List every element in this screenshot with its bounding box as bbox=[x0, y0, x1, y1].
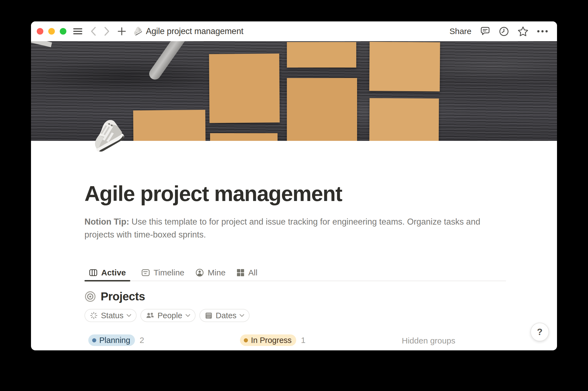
cover-pen bbox=[147, 41, 205, 82]
help-button[interactable]: ? bbox=[530, 323, 549, 341]
group-count: 1 bbox=[301, 336, 306, 345]
target-icon bbox=[84, 291, 96, 302]
sticky-note bbox=[369, 98, 439, 141]
section-header: Projects bbox=[84, 290, 506, 303]
filter-status[interactable]: Status bbox=[84, 309, 137, 322]
timeline-view-icon bbox=[141, 268, 150, 277]
sticky-note bbox=[133, 110, 205, 141]
sticky-note bbox=[287, 42, 356, 68]
page-icon-sneaker[interactable] bbox=[87, 118, 125, 156]
group-label: Planning bbox=[99, 336, 130, 345]
hidden-groups-label[interactable]: Hidden groups bbox=[402, 336, 455, 345]
notion-tip-paragraph[interactable]: Notion Tip: Use this template to for pro… bbox=[84, 215, 506, 241]
page-title[interactable]: Agile project management bbox=[84, 181, 506, 206]
filter-label: Dates bbox=[216, 311, 237, 320]
grid-view-icon bbox=[236, 269, 245, 277]
tab-label: Timeline bbox=[154, 268, 184, 277]
comments-button[interactable] bbox=[480, 26, 490, 37]
notion-tip-text: Use this template to for project and iss… bbox=[84, 217, 480, 239]
notion-window: Agile project management Share bbox=[31, 21, 557, 350]
tab-label: Active bbox=[101, 268, 126, 277]
page-body: Agile project management Notion Tip: Use… bbox=[84, 141, 506, 347]
group-dot bbox=[244, 338, 248, 342]
close-button[interactable] bbox=[37, 28, 43, 35]
zoom-button[interactable] bbox=[60, 28, 66, 35]
breadcrumb[interactable]: Agile project management bbox=[132, 26, 243, 37]
share-button[interactable]: Share bbox=[450, 27, 471, 36]
group-label: In Progress bbox=[251, 336, 292, 345]
filter-dates[interactable]: Dates bbox=[199, 309, 250, 322]
filter-bar: Status People bbox=[84, 309, 506, 322]
group-dot bbox=[92, 338, 96, 342]
tab-all[interactable]: All bbox=[236, 265, 257, 281]
calendar-icon bbox=[205, 311, 213, 320]
screen: Agile project management Share bbox=[0, 0, 588, 391]
forward-button[interactable] bbox=[104, 27, 110, 36]
sneaker-icon bbox=[132, 26, 142, 37]
section-title[interactable]: Projects bbox=[101, 290, 145, 303]
more-button[interactable] bbox=[537, 30, 548, 33]
back-icon bbox=[90, 27, 96, 36]
filter-label: Status bbox=[101, 311, 123, 320]
chevron-down-icon bbox=[126, 314, 131, 317]
board-group-in-progress: In Progress 1 bbox=[240, 334, 306, 346]
group-count: 2 bbox=[140, 336, 144, 345]
filter-label: People bbox=[157, 311, 182, 320]
board-groups-row: Planning 2 In Progress 1 Hidden groups bbox=[84, 334, 506, 347]
tab-label: All bbox=[248, 268, 257, 277]
updates-button[interactable] bbox=[499, 26, 509, 37]
new-tab-icon bbox=[118, 27, 126, 35]
breadcrumb-title: Agile project management bbox=[146, 26, 243, 36]
forward-icon bbox=[104, 27, 110, 36]
sticky-note bbox=[287, 78, 357, 141]
favorite-button[interactable] bbox=[518, 26, 528, 37]
tab-label: Mine bbox=[208, 268, 225, 277]
people-icon bbox=[146, 312, 154, 319]
group-pill-planning[interactable]: Planning bbox=[88, 334, 135, 346]
more-ellipsis-icon bbox=[537, 30, 548, 33]
view-tabs: Active Timeline Mine bbox=[84, 265, 506, 281]
board-group-planning: Planning 2 bbox=[88, 334, 144, 346]
cover-paper-corner bbox=[31, 41, 52, 47]
tab-timeline[interactable]: Timeline bbox=[141, 265, 184, 281]
new-tab-button[interactable] bbox=[118, 27, 126, 35]
chevron-down-icon bbox=[239, 314, 244, 317]
notion-tip-label: Notion Tip: bbox=[84, 217, 129, 227]
status-burst-icon bbox=[90, 311, 98, 320]
sidebar-toggle-button[interactable] bbox=[73, 27, 83, 35]
tab-active[interactable]: Active bbox=[84, 265, 130, 281]
menu-icon bbox=[73, 27, 83, 35]
tab-mine[interactable]: Mine bbox=[195, 265, 225, 281]
minimize-button[interactable] bbox=[48, 28, 55, 35]
comments-icon bbox=[480, 26, 490, 37]
titlebar: Agile project management Share bbox=[31, 21, 557, 41]
person-circle-icon bbox=[195, 268, 204, 277]
chevron-down-icon bbox=[185, 314, 190, 317]
group-pill-in-progress[interactable]: In Progress bbox=[240, 334, 296, 346]
sticky-note bbox=[209, 54, 280, 123]
updates-clock-icon bbox=[499, 26, 509, 37]
favorite-star-icon bbox=[518, 26, 528, 37]
sticky-note bbox=[210, 133, 278, 141]
board-view-icon bbox=[89, 268, 98, 277]
filter-people[interactable]: People bbox=[140, 309, 195, 322]
sticky-note bbox=[369, 42, 440, 91]
back-button[interactable] bbox=[90, 27, 96, 36]
traffic-lights bbox=[37, 28, 66, 35]
